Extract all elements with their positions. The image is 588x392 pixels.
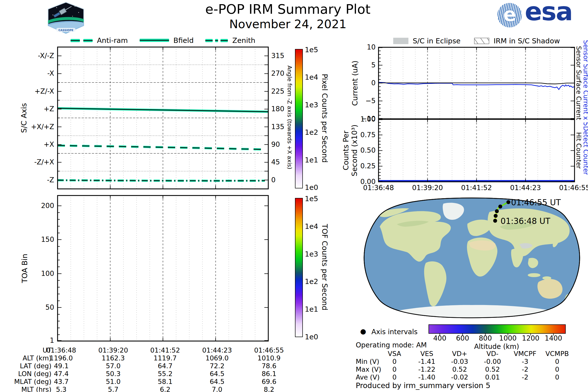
altitude-colorbar	[428, 324, 566, 334]
eph-cell: 1119.7	[144, 354, 186, 362]
vt-cell: -2	[509, 366, 541, 373]
sc-tick-label: -Z/+X	[23, 158, 54, 166]
vt-cell: -0.00	[476, 358, 508, 365]
eph-cell: 57.0	[92, 362, 134, 370]
pixel-colorbar	[295, 49, 303, 188]
cb-label: 1e0	[305, 184, 318, 191]
toa-tick-label: 200	[23, 202, 54, 210]
vt-col: VD+	[444, 350, 476, 358]
tof-colorbar-label: TOF Counts per Second	[320, 191, 329, 343]
vt-row-label: Ave (V)	[356, 374, 380, 381]
vertical-gridlines-major	[428, 119, 526, 182]
altitude-colorbar-label: Altitude (km)	[460, 342, 533, 350]
eph-ut: 01:39:20	[92, 346, 134, 354]
axis-intervals-label: Axis intervals	[372, 328, 418, 336]
page-date: November 24, 2021	[172, 17, 404, 31]
vt-col: VSA	[378, 350, 410, 358]
cb-label: 1e2	[305, 278, 318, 285]
toa-tick-label: 100	[23, 270, 54, 277]
counts-plot	[378, 119, 574, 182]
eph-cell: 8.2	[248, 386, 290, 392]
alt-tick-label: 1000	[496, 335, 520, 342]
eph-cell: 69.6	[248, 378, 290, 386]
eph-cell: 1069.0	[196, 354, 238, 362]
time-tick: 01:46:55	[555, 184, 588, 192]
legend-label: Anti-ram	[97, 36, 128, 44]
current-ytick: −5	[345, 97, 376, 104]
sc-tick-label: +Z	[23, 105, 54, 113]
cb-label: 1e0	[305, 333, 318, 340]
alt-tick-label: 1400	[541, 335, 566, 342]
cb-label: 1e1	[305, 156, 318, 164]
legend-item-eclipse: S/C in Eclipse	[393, 37, 460, 45]
vt-cell: 0	[541, 358, 573, 365]
current-plot	[378, 47, 574, 119]
shadow-hatch-swatch	[474, 38, 489, 44]
tof-colorbar	[295, 198, 303, 337]
time-tick: 01:39:20	[408, 184, 447, 192]
vt-col: VES	[411, 350, 443, 358]
current-ytick: 5	[345, 62, 376, 69]
sc-tick-label: +X/+Z	[23, 123, 54, 130]
antiram-line-sample	[70, 39, 92, 42]
counts-ytick: 0.25	[345, 162, 376, 170]
legend-item-zenith: Zenith	[205, 36, 255, 44]
vt-cell: 0.01	[476, 374, 508, 381]
ground-track-map	[362, 197, 581, 318]
toa-tick-label: 150	[23, 236, 54, 243]
eph-ut: 01:46:55	[248, 346, 290, 354]
sc-axis-plot	[58, 47, 268, 189]
vt-cell: 0	[541, 366, 573, 373]
sc-tick-label: -X/-Z	[23, 52, 54, 60]
detect-counter-label: Detect Counter	[582, 114, 588, 187]
counts-ytick: 0.50	[345, 147, 376, 154]
cassiope-mission-patch: CASSIOPE	[46, 2, 86, 34]
vt-cell: 0	[378, 374, 410, 381]
vt-row-label: Min (V)	[356, 358, 379, 365]
counts-ytick: 1.00	[345, 116, 376, 123]
legend-label: IRM in S/C Shadow	[494, 37, 560, 45]
sc-axis-legend: Anti-ram Bfield Zenith	[58, 36, 268, 44]
patch-label: CASSIOPE	[58, 29, 74, 32]
eph-cell: 1162.3	[92, 354, 134, 362]
vertical-gridlines-major	[110, 196, 216, 341]
cb-label: 1e3	[305, 101, 318, 108]
legend-item-shadow: IRM in S/C Shadow	[474, 37, 560, 45]
pixel-colorbar-label: Pixel Counts per Second	[320, 42, 329, 194]
time-tick: 01:44:23	[506, 184, 545, 192]
current-ytick: 10	[345, 44, 376, 51]
legend-label: Bfield	[174, 36, 194, 44]
legend-label: Zenith	[232, 36, 255, 44]
page-title: e-POP IRM Summary Plot	[172, 2, 404, 17]
sc-tick-label: +X	[23, 141, 54, 148]
vt-cell: 0	[541, 374, 573, 381]
cb-label: 1e3	[305, 250, 318, 258]
vt-cell: -0.03	[444, 358, 476, 365]
zenith-line	[58, 180, 265, 181]
cb-label: 1e5	[305, 46, 318, 54]
eph-cell: 7.0	[196, 386, 238, 392]
eph-cell: 47.4	[40, 370, 82, 378]
eph-cell: 64.5	[196, 378, 238, 386]
hit-counter-label: Hit Counter	[575, 114, 582, 187]
eph-cell: 72.2	[196, 362, 238, 370]
vt-cell: -1.22	[411, 366, 443, 373]
eph-ut: 01:36:48	[40, 346, 82, 354]
vt-col: VMCPF	[509, 350, 541, 358]
vt-cell: -0.02	[444, 374, 476, 381]
alt-tick-label: 1200	[518, 335, 543, 342]
legend-item-antiram: Anti-ram	[70, 36, 128, 44]
esa-globe-letter: e	[503, 4, 516, 26]
eph-ut: 01:41:52	[144, 346, 186, 354]
vt-cell: 0	[378, 366, 410, 373]
esa-globe-icon: e	[497, 3, 522, 28]
sc-tick-label: -X	[23, 70, 54, 77]
eph-cell: 1010.9	[248, 354, 290, 362]
antiram-line	[58, 146, 262, 150]
eph-cell: 78.6	[248, 362, 290, 370]
eph-cell: 5.7	[92, 386, 134, 392]
eph-cell: 55.2	[144, 370, 186, 378]
vt-cell: 0.52	[476, 366, 508, 373]
angle-axis-label: Angle from -Z axis (towards +X axis)	[286, 42, 293, 193]
sc-tick-label: +Z/-X	[23, 88, 54, 95]
